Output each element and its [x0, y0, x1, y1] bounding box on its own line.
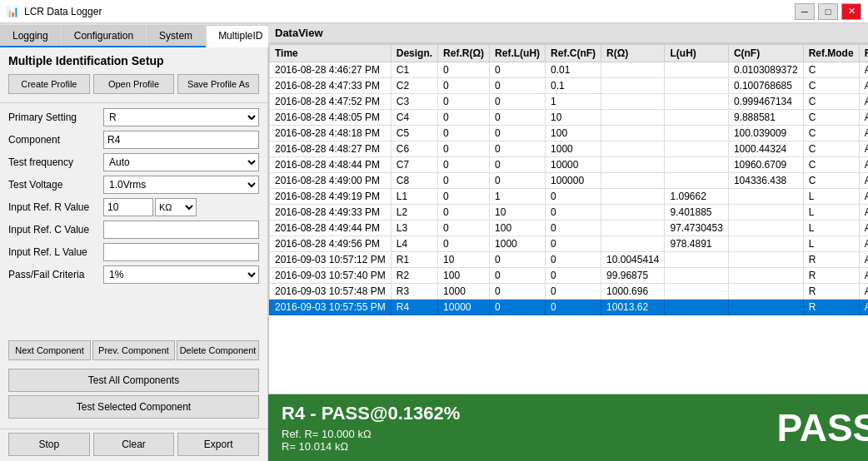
table-row[interactable]: 2016-09-03 10:57:48 PMR31000001000.696RA… [270, 284, 869, 300]
save-profile-button[interactable]: Save Profile As [177, 74, 259, 94]
table-cell [665, 252, 728, 268]
table-cell: C5 [391, 126, 437, 141]
create-profile-button[interactable]: Create Profile [8, 74, 90, 94]
table-cell: 1 [490, 189, 546, 205]
main-container: Logging Configuration System MultipleID … [0, 23, 868, 461]
table-cell: Auto [859, 300, 868, 315]
table-cell: 0 [546, 300, 601, 315]
test-voltage-select[interactable]: 1.0Vrms [103, 176, 259, 194]
table-row[interactable]: 2016-09-03 10:57:55 PMR4100000010013.62R… [270, 300, 869, 315]
table-cell: 100.039009 [728, 126, 803, 141]
open-profile-button[interactable]: Open Profile [93, 74, 175, 94]
right-panel: DataView Time Design. Ref.R(Ω) Ref.L(uH)… [268, 23, 868, 461]
table-cell: Auto [859, 173, 868, 189]
table-row[interactable]: 2016-08-28 4:48:18 PMC500100100.039009CA… [270, 126, 869, 141]
table-cell: 0 [438, 221, 490, 236]
table-cell: 0 [438, 236, 490, 252]
export-button[interactable]: Export [177, 433, 259, 456]
next-component-button[interactable]: Next Component [8, 340, 91, 360]
ref-c-label: Input Ref. C Value [8, 224, 100, 235]
result-meas-line: R= 10.014 kΩ [282, 440, 460, 453]
col-refL: Ref.L(uH) [490, 45, 546, 62]
table-cell [665, 110, 728, 126]
table-cell: 2016-08-28 4:49:33 PM [270, 205, 392, 221]
table-row[interactable]: 2016-08-28 4:47:52 PMC30010.999467134CAu… [270, 94, 869, 110]
table-cell: 0 [438, 189, 490, 205]
col-refR: Ref.R(Ω) [438, 45, 490, 62]
ref-l-input[interactable] [103, 243, 259, 261]
data-table: Time Design. Ref.R(Ω) Ref.L(uH) Ref.C(nF… [269, 44, 868, 315]
table-cell: Auto [859, 236, 868, 252]
prev-component-button[interactable]: Prev. Component [92, 340, 175, 360]
section-title: Multiple Identification Setup [0, 47, 267, 71]
data-table-container[interactable]: Time Design. Ref.R(Ω) Ref.L(uH) Ref.C(nF… [268, 43, 868, 394]
delete-component-button[interactable]: Delete Component [177, 340, 259, 360]
table-row[interactable]: 2016-08-28 4:46:27 PMC1000.010.010308937… [270, 62, 869, 78]
pass-fail-select[interactable]: 1% [103, 265, 259, 284]
table-cell: 100 [490, 221, 546, 236]
clear-button[interactable]: Clear [93, 433, 175, 456]
table-row[interactable]: 2016-08-28 4:48:27 PMC60010001000.44324C… [270, 141, 869, 157]
result-status: PASS [776, 405, 868, 450]
table-cell: 2016-08-28 4:49:00 PM [270, 173, 392, 189]
table-cell: C [803, 110, 859, 126]
table-cell: L [803, 189, 859, 205]
table-cell [665, 94, 728, 110]
divider-1 [0, 102, 267, 103]
component-input[interactable] [103, 131, 259, 149]
profile-buttons: Create Profile Open Profile Save Profile… [0, 71, 267, 101]
table-cell [601, 62, 665, 78]
ref-r-input[interactable] [103, 198, 153, 216]
table-cell [601, 189, 665, 205]
table-row[interactable]: 2016-08-28 4:49:19 PML10101.09662LAuto [270, 189, 869, 205]
table-cell: 2016-09-03 10:57:48 PM [270, 284, 392, 300]
table-cell: 0 [438, 110, 490, 126]
table-cell: Auto [859, 252, 868, 268]
table-row[interactable]: 2016-08-28 4:49:33 PML201009.401885LAuto [270, 205, 869, 221]
table-row[interactable]: 2016-08-28 4:49:00 PMC800100000104336.43… [270, 173, 869, 189]
table-row[interactable]: 2016-09-03 10:57:40 PMR21000099.96875RAu… [270, 268, 869, 284]
tab-multipleid[interactable]: MultipleID [206, 25, 275, 47]
minimize-button[interactable]: ─ [795, 3, 815, 20]
stop-button[interactable]: Stop [8, 433, 90, 456]
table-header-row: Time Design. Ref.R(Ω) Ref.L(uH) Ref.C(nF… [270, 45, 869, 62]
test-voltage-label: Test Voltage [8, 179, 100, 191]
ref-r-unit-select[interactable]: KΩ [155, 198, 197, 216]
tab-configuration[interactable]: Configuration [62, 25, 146, 46]
table-row[interactable]: 2016-08-28 4:49:56 PML4010000978.4891LAu… [270, 236, 869, 252]
table-cell: C4 [391, 110, 437, 126]
table-cell: 2016-09-03 10:57:40 PM [270, 268, 392, 284]
table-cell: L3 [391, 221, 437, 236]
table-row[interactable]: 2016-08-28 4:47:33 PMC2000.10.100768685C… [270, 78, 869, 94]
table-cell [665, 268, 728, 284]
table-cell: 0.100768685 [728, 78, 803, 94]
maximize-button[interactable]: □ [818, 3, 838, 20]
table-cell: C7 [391, 157, 437, 173]
table-cell: 0 [490, 62, 546, 78]
table-cell: 9.401885 [665, 205, 728, 221]
table-cell: 104336.438 [728, 173, 803, 189]
table-row[interactable]: 2016-08-28 4:48:05 PMC400109.888581CAuto [270, 110, 869, 126]
close-button[interactable]: ✕ [841, 3, 861, 20]
table-cell [728, 252, 803, 268]
result-left: R4 - PASS@0.1362% Ref. R= 10.000 kΩ R= 1… [282, 403, 460, 453]
table-cell: C [803, 126, 859, 141]
test-selected-button[interactable]: Test Selected Component [8, 395, 259, 419]
tab-system[interactable]: System [147, 25, 205, 46]
nav-buttons: Next Component Prev. Component Delete Co… [0, 335, 267, 365]
table-cell: 0 [490, 268, 546, 284]
test-frequency-select[interactable]: Auto [103, 153, 259, 171]
test-all-button[interactable]: Test All Components [8, 369, 259, 392]
table-cell: Auto [859, 284, 868, 300]
table-cell: 0 [490, 300, 546, 315]
table-row[interactable]: 2016-08-28 4:49:44 PML30100097.4730453LA… [270, 221, 869, 236]
tab-logging[interactable]: Logging [0, 25, 61, 46]
table-row[interactable]: 2016-09-03 10:57:12 PMR1100010.0045414RA… [270, 252, 869, 268]
primary-setting-select[interactable]: R [103, 108, 259, 126]
table-cell: C1 [391, 62, 437, 78]
table-cell: 10 [490, 205, 546, 221]
table-cell: 2016-08-28 4:47:33 PM [270, 78, 392, 94]
table-row[interactable]: 2016-08-28 4:48:44 PMC7001000010960.6709… [270, 157, 869, 173]
ref-c-input[interactable] [103, 221, 259, 239]
col-design: Design. [391, 45, 437, 62]
